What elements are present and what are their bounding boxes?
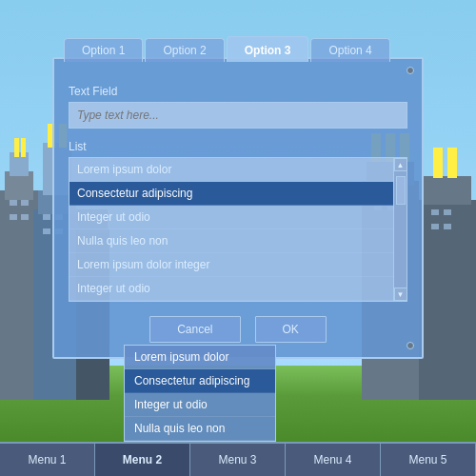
dropdown-menu: Lorem ipsum dolor Consectetur adipiscing… [124, 345, 276, 442]
dropdown-item-3[interactable]: Nulla quis leo non [125, 417, 275, 441]
text-field-label: Text Field [69, 85, 407, 98]
dialog-buttons: Cancel OK [69, 316, 407, 343]
svg-rect-34 [444, 209, 451, 215]
list-row-4[interactable]: Lorem ipsum dolor integer [69, 253, 393, 277]
tab-option1[interactable]: Option 1 [64, 38, 143, 62]
dropdown-item-0[interactable]: Lorem ipsum dolor [125, 346, 275, 369]
svg-rect-20 [447, 148, 457, 178]
svg-rect-17 [419, 200, 476, 400]
menu-item-0[interactable]: Menu 1 [0, 444, 95, 476]
list-scroll: Lorem ipsum dolor Consectetur adipiscing… [69, 158, 393, 301]
svg-rect-33 [431, 209, 439, 215]
svg-rect-25 [43, 214, 50, 220]
text-input[interactable] [69, 102, 407, 129]
tab-option2[interactable]: Option 2 [145, 38, 224, 62]
tab-option4[interactable]: Option 4 [310, 38, 389, 62]
svg-rect-27 [43, 228, 50, 234]
dropdown-item-1[interactable]: Consectetur adipiscing [125, 369, 275, 393]
svg-rect-4 [21, 138, 26, 157]
menu-bar: Menu 1 Menu 2 Menu 3 Menu 4 Menu 5 [0, 442, 476, 476]
scroll-up-arrow[interactable]: ▲ [394, 158, 407, 171]
dialog-body: Text Field List Lorem ipsum dolor Consec… [54, 68, 422, 357]
list-row-3[interactable]: Nulla quis leo non [69, 229, 393, 253]
list-row-1[interactable]: Consectetur adipiscing [69, 182, 393, 206]
list-label: List [69, 140, 407, 153]
menu-item-3[interactable]: Menu 4 [286, 444, 381, 476]
ok-button[interactable]: OK [255, 316, 327, 343]
svg-rect-35 [431, 224, 439, 229]
svg-rect-19 [433, 148, 443, 178]
list-row-0[interactable]: Lorem ipsum dolor [69, 158, 393, 182]
scroll-thumb[interactable] [396, 176, 406, 205]
dialog: Option 1 Option 2 Option 3 Option 4 Text… [52, 57, 424, 359]
svg-rect-22 [21, 200, 29, 206]
svg-rect-18 [424, 176, 471, 205]
svg-rect-3 [14, 138, 19, 157]
list-row-5[interactable]: Integer ut odio [69, 277, 393, 301]
svg-rect-0 [0, 190, 38, 400]
dropdown-item-2[interactable]: Integer ut odio [125, 393, 275, 417]
cancel-button[interactable]: Cancel [149, 316, 240, 343]
tab-option3[interactable]: Option 3 [227, 36, 309, 62]
menu-item-2[interactable]: Menu 3 [190, 444, 286, 476]
list-container: Lorem ipsum dolor Consectetur adipiscing… [69, 157, 407, 302]
svg-rect-23 [10, 214, 17, 220]
list-row-2[interactable]: Integer ut odio [69, 206, 393, 229]
menu-item-1[interactable]: Menu 2 [95, 444, 190, 476]
corner-dot-tr [407, 67, 414, 74]
tab-bar: Option 1 Option 2 Option 3 Option 4 [54, 33, 422, 62]
scroll-down-arrow[interactable]: ▼ [394, 288, 407, 301]
svg-rect-24 [21, 214, 29, 220]
svg-rect-21 [10, 200, 17, 206]
scroll-track [394, 171, 407, 288]
menu-item-4[interactable]: Menu 5 [381, 444, 476, 476]
list-scrollbar[interactable]: ▲ ▼ [393, 158, 407, 301]
corner-dot-br [407, 342, 414, 349]
svg-rect-36 [444, 224, 451, 229]
